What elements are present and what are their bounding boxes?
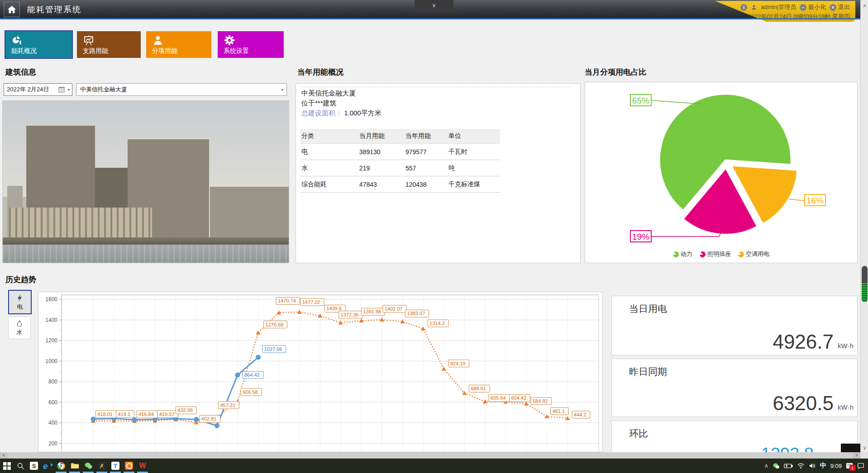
pie-chart[interactable] xyxy=(585,82,858,264)
data-label: 1470.74 xyxy=(278,298,296,303)
taskbar-apps: Se✗TW xyxy=(0,459,149,473)
home-button[interactable] xyxy=(4,2,20,17)
action-center-icon[interactable] xyxy=(857,463,864,469)
chevron-down-icon[interactable]: ▼ xyxy=(66,88,72,91)
chevron-up-icon[interactable]: ∧ xyxy=(764,463,768,469)
search-icon xyxy=(17,462,24,470)
tab-gear[interactable]: 系统设置 xyxy=(218,31,284,58)
taskbar-app-wps[interactable]: W xyxy=(136,459,149,473)
vertical-scrollbar-thumb[interactable] xyxy=(862,266,868,302)
y-axis-tick-label: 200 xyxy=(48,440,57,447)
area-label[interactable]: 总建设面积： xyxy=(301,109,342,117)
wechat-tray-icon[interactable] xyxy=(773,463,780,469)
topbar-accent-line xyxy=(0,18,860,19)
legend-marker xyxy=(672,250,680,258)
taskbar-app-explorer[interactable] xyxy=(68,459,81,473)
legend-label: 照明插座 xyxy=(707,250,731,258)
table-cell: 120438 xyxy=(405,181,448,188)
data-label: 419.1 xyxy=(118,412,131,417)
legend-item[interactable]: 动力 xyxy=(673,250,692,258)
lightning-icon xyxy=(15,293,24,303)
card-unit: kW·h xyxy=(838,342,854,350)
card-title: 昨日同期 xyxy=(629,365,667,378)
toggle-water[interactable]: 水 xyxy=(8,317,31,339)
water-drop-icon xyxy=(15,320,24,328)
table-cell: 557 xyxy=(405,165,448,172)
battery-icon[interactable] xyxy=(784,463,793,468)
teambition-icon: T xyxy=(111,462,119,470)
windows-taskbar: Se✗TW ∧中9:091 xyxy=(0,459,868,473)
toggle-electricity[interactable]: 电 xyxy=(8,290,32,314)
legend-item[interactable]: 空调用电 xyxy=(738,250,769,258)
y-axis-tick-label: 1200 xyxy=(45,337,57,344)
card-title: 环比 xyxy=(629,427,648,440)
table-row: 综合能耗47843120438千克标准煤 xyxy=(300,176,500,193)
scroll-up-icon[interactable]: ∧ xyxy=(861,3,868,9)
divider xyxy=(300,87,571,87)
tab-presentation-chart[interactable]: 支路用能 xyxy=(77,31,141,58)
legend-marker xyxy=(737,250,745,258)
clock-label[interactable]: 9:09 xyxy=(830,463,842,469)
energy-table: 分类当月用能当年用能单位电389130979577千瓦时水219557吨综合能耗… xyxy=(300,129,500,193)
data-point-triangle xyxy=(256,331,261,335)
legend-marker xyxy=(698,250,706,258)
building-select[interactable]: 中美信托金融大厦 ▼ xyxy=(76,83,287,96)
trend-line-chart[interactable]: 2004006008001000120014001600418.01419.14… xyxy=(38,292,603,452)
summary-cards: 当日用电4926.7kW·h昨日同期6320.5kW·h环比1393.8 xyxy=(611,296,858,452)
y-axis-tick-label: 1600 xyxy=(45,296,57,303)
person-icon xyxy=(152,34,164,46)
taskbar-app-teambition[interactable]: T xyxy=(109,459,122,473)
speaker-icon[interactable] xyxy=(809,463,816,469)
data-label: 418.01 xyxy=(97,412,113,417)
legend-item[interactable]: 照明插座 xyxy=(700,250,731,258)
scroll-right-icon[interactable]: › xyxy=(853,452,860,459)
tab-label: 能耗概况 xyxy=(11,47,37,55)
scroll-down-icon[interactable]: ∨ xyxy=(861,445,868,451)
taskbar-app-chrome[interactable] xyxy=(54,459,68,473)
notification-icon[interactable]: 1 xyxy=(846,463,853,469)
series-yesterday-line xyxy=(93,312,568,422)
photo-water-reflection xyxy=(3,245,289,263)
taskbar-app-start[interactable] xyxy=(0,459,14,473)
data-label: 924.19 xyxy=(450,361,466,366)
scroll-left-icon[interactable]: ‹ xyxy=(0,452,7,459)
date-picker[interactable]: 2022年 2月24日 ▼ xyxy=(4,83,72,96)
topbar-collapse-button[interactable]: ∨ xyxy=(415,0,453,12)
data-label: 1402.07 xyxy=(385,306,403,312)
section-title-annual: 当年用能概况 xyxy=(297,67,343,77)
logout-button[interactable]: ×退出 xyxy=(830,3,850,11)
taskbar-app-xshell[interactable]: ✗ xyxy=(95,459,109,473)
taskbar-app-search[interactable] xyxy=(14,459,27,473)
table-cell: 电 xyxy=(300,148,358,156)
data-label: 432.99 xyxy=(177,407,193,413)
data-label: 1439.8 xyxy=(326,306,342,311)
taskbar-app-wechat[interactable] xyxy=(81,459,95,473)
tab-person[interactable]: 分项用能 xyxy=(146,31,211,58)
building-location[interactable]: 位于***建筑 xyxy=(301,99,337,108)
pie-callout-power: 65% xyxy=(630,94,652,106)
table-cell: 389130 xyxy=(358,148,405,156)
data-label: 457.21 xyxy=(220,402,235,408)
wifi-icon[interactable] xyxy=(797,463,805,469)
photo-waterfront xyxy=(3,237,289,245)
pie-panel: 65% 19% 16% 动力照明插座空调用电 xyxy=(585,82,858,263)
minimize-button[interactable]: –最小化 xyxy=(800,3,826,11)
data-point-circle xyxy=(256,355,261,360)
tab-pie-chart[interactable]: 能耗概况 xyxy=(5,31,72,58)
legend-label: 动力 xyxy=(681,250,692,258)
ime-indicator[interactable]: 中 xyxy=(820,462,826,470)
pie-callout-hvac: 16% xyxy=(804,194,826,206)
taskbar-app-sogou[interactable]: S xyxy=(27,459,41,473)
data-label: 584.92 xyxy=(533,398,548,404)
card-value: 1393.8 xyxy=(761,445,814,452)
info-icon[interactable]: i xyxy=(740,4,747,11)
pie-callout-line xyxy=(788,199,804,201)
data-point-triangle xyxy=(380,317,384,322)
horizontal-scrollbar[interactable]: ‹ › xyxy=(0,452,860,459)
data-label: 1372.36 xyxy=(341,312,359,317)
recorder-icon xyxy=(125,462,133,470)
trend-chart-panel: 2004006008001000120014001600418.01419.14… xyxy=(38,292,603,452)
vertical-scrollbar[interactable]: ∧ ∨ xyxy=(860,0,868,452)
taskbar-app-ie[interactable]: e xyxy=(41,459,54,473)
taskbar-app-recorder[interactable] xyxy=(122,459,136,473)
